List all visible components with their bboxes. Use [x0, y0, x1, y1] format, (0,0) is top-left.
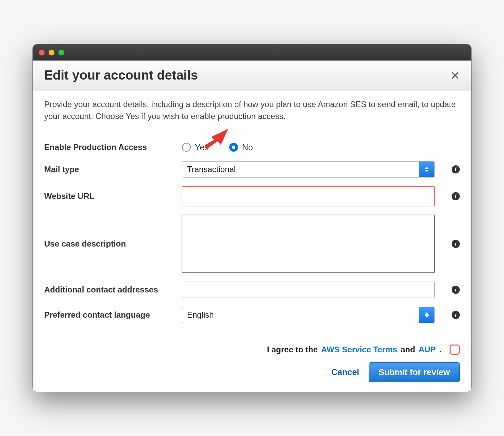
radio-icon	[182, 143, 191, 152]
row-mail-type: Mail type Transactional i	[44, 161, 460, 178]
submit-button[interactable]: Submit for review	[369, 362, 460, 382]
label-mail-type: Mail type	[44, 165, 175, 174]
row-additional-contacts: Additional contact addresses i	[44, 282, 460, 298]
window-minimize-icon[interactable]	[49, 50, 54, 55]
label-additional-contacts: Additional contact addresses	[44, 285, 175, 295]
label-use-case: Use case description	[44, 239, 175, 249]
window-close-icon[interactable]	[39, 50, 45, 55]
row-use-case: Use case description i	[44, 215, 460, 273]
agree-row: I agree to the AWS Service Terms and AUP…	[44, 345, 460, 355]
radio-no[interactable]: No	[229, 142, 253, 152]
link-service-terms[interactable]: AWS Service Terms	[321, 345, 397, 354]
info-icon[interactable]: i	[452, 240, 460, 248]
dialog-header: Edit your account details ✕	[33, 61, 471, 90]
chevron-updown-icon	[419, 162, 434, 177]
radio-yes-label: Yes	[195, 142, 209, 152]
agree-prefix: I agree to the	[267, 345, 318, 354]
info-icon[interactable]: i	[452, 286, 460, 294]
intro-text: Provide your account details, including …	[44, 99, 460, 130]
agree-period: .	[439, 345, 441, 354]
radio-group-production-access: Yes No	[182, 142, 253, 152]
macos-window: Edit your account details ✕ Provide your…	[33, 44, 471, 392]
cancel-button[interactable]: Cancel	[331, 367, 359, 377]
row-language: Preferred contact language English i	[44, 307, 460, 323]
buttons-row: Cancel Submit for review	[44, 362, 460, 382]
radio-icon	[229, 143, 238, 152]
label-production-access: Enable Production Access	[44, 142, 175, 152]
select-language-value: English	[182, 310, 419, 320]
dialog-body: Provide your account details, including …	[33, 90, 471, 392]
info-icon[interactable]: i	[452, 165, 460, 173]
row-website-url: Website URL i	[44, 186, 460, 206]
checkbox-agree[interactable]	[450, 345, 460, 355]
close-icon[interactable]: ✕	[450, 70, 460, 81]
select-mail-type[interactable]: Transactional	[182, 161, 435, 178]
input-additional-contacts[interactable]	[182, 282, 435, 298]
dialog-footer: I agree to the AWS Service Terms and AUP…	[44, 336, 460, 382]
textarea-use-case[interactable]	[182, 215, 435, 273]
link-aup[interactable]: AUP	[419, 345, 436, 354]
radio-no-label: No	[242, 142, 253, 152]
select-language[interactable]: English	[182, 307, 435, 323]
agree-and: and	[401, 345, 415, 354]
window-zoom-icon[interactable]	[58, 50, 64, 55]
select-mail-type-value: Transactional	[182, 165, 419, 174]
info-icon[interactable]: i	[452, 192, 460, 200]
window-titlebar	[33, 44, 471, 61]
label-website-url: Website URL	[44, 191, 175, 201]
dialog-title: Edit your account details	[44, 68, 198, 83]
chevron-updown-icon	[419, 307, 434, 323]
row-production-access: Enable Production Access Yes No	[44, 142, 460, 152]
label-language: Preferred contact language	[44, 310, 175, 320]
info-icon[interactable]: i	[452, 311, 460, 319]
radio-yes[interactable]: Yes	[182, 142, 209, 152]
input-website-url[interactable]	[182, 186, 435, 206]
